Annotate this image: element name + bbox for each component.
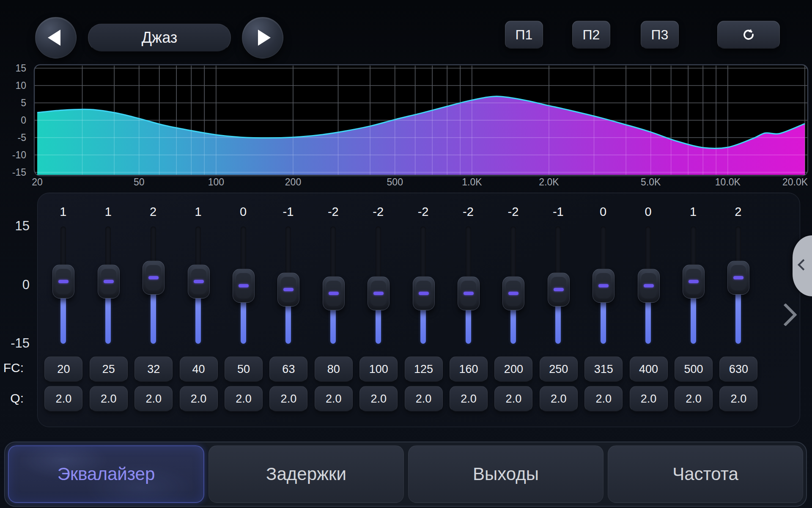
y-tick-label: 5	[7, 97, 26, 108]
bottom-tab-bar: Эквалайзер Задержки Выходы Частота	[4, 442, 807, 507]
slider-thumb[interactable]	[52, 265, 74, 298]
x-tick-label: 50	[134, 177, 145, 188]
band-gain-value: 0	[625, 205, 672, 219]
tab-delays[interactable]: Задержки	[208, 445, 404, 503]
band-gain-value: 1	[175, 205, 222, 219]
band-gain-value: 1	[85, 205, 132, 219]
band-q-button[interactable]: 2.0	[630, 386, 668, 411]
eq-response-graph	[0, 0, 812, 190]
band-fc-button[interactable]: 400	[630, 356, 668, 382]
band-q-button[interactable]: 2.0	[540, 386, 578, 411]
band-fc-button[interactable]: 250	[540, 356, 578, 382]
x-tick-label: 1.0K	[462, 177, 482, 188]
chevron-left-icon	[798, 259, 809, 271]
x-tick-label: 5.0K	[641, 177, 661, 188]
q-row-label: Q:	[0, 391, 24, 406]
slider-thumb[interactable]	[233, 269, 255, 303]
slider-thumb[interactable]	[98, 265, 120, 298]
slider-thumb[interactable]	[727, 261, 749, 295]
band-fc-button[interactable]: 125	[405, 356, 443, 382]
band-fc-button[interactable]: 315	[584, 356, 623, 382]
y-tick-label: -15	[7, 167, 26, 178]
band-q-button[interactable]: 2.0	[494, 386, 532, 411]
slider-thumb[interactable]	[593, 269, 614, 303]
slider-scale-label: 0	[0, 277, 30, 293]
band-gain-value: -2	[310, 205, 357, 219]
band-gain-value: 1	[40, 205, 86, 219]
band-q-button[interactable]: 2.0	[90, 386, 128, 411]
band-fc-button[interactable]: 32	[134, 356, 173, 382]
slider-scale-label: 15	[0, 218, 30, 234]
slider-thumb[interactable]	[548, 273, 570, 306]
band-fc-button[interactable]: 25	[90, 356, 128, 382]
thumb-dash-icon	[283, 288, 294, 291]
tab-outputs-label: Выходы	[473, 464, 539, 484]
band-fc-button[interactable]: 500	[675, 356, 713, 382]
x-tick-label: 20.0K	[782, 177, 808, 188]
tab-equalizer-label: Эквалайзер	[58, 464, 155, 484]
slider-thumb[interactable]	[323, 276, 345, 310]
slider-thumb[interactable]	[458, 276, 480, 310]
thumb-dash-icon	[598, 284, 609, 287]
thumb-dash-icon	[689, 280, 699, 283]
tab-equalizer[interactable]: Эквалайзер	[8, 445, 204, 503]
band-q-button[interactable]: 2.0	[359, 386, 398, 411]
band-q-button[interactable]: 2.0	[44, 386, 82, 411]
band-gain-value: -2	[490, 205, 536, 219]
band-gain-value: -1	[265, 205, 311, 219]
slider-thumb[interactable]	[188, 265, 210, 298]
x-tick-label: 200	[285, 177, 301, 188]
thumb-dash-icon	[373, 292, 384, 295]
x-tick-label: 100	[208, 177, 224, 188]
thumb-dash-icon	[104, 280, 114, 283]
band-fc-button[interactable]: 63	[269, 356, 307, 382]
tab-frequency-label: Частота	[672, 464, 738, 484]
slider-thumb[interactable]	[638, 269, 660, 303]
band-fc-button[interactable]: 100	[359, 356, 398, 382]
band-q-button[interactable]: 2.0	[315, 386, 353, 411]
band-q-button[interactable]: 2.0	[225, 386, 263, 411]
band-gain-value: -2	[445, 205, 491, 219]
thumb-dash-icon	[508, 292, 518, 295]
band-fc-button[interactable]: 200	[494, 356, 532, 382]
y-tick-label: 15	[7, 63, 26, 74]
band-fc-button[interactable]: 80	[315, 356, 353, 382]
band-gain-value: -1	[535, 205, 582, 219]
band-q-button[interactable]: 2.0	[405, 386, 443, 411]
thumb-dash-icon	[148, 276, 159, 279]
band-gain-value: -2	[400, 205, 447, 219]
band-fc-button[interactable]: 40	[180, 356, 218, 382]
slider-scale-label: -15	[0, 336, 30, 351]
band-fc-button[interactable]: 630	[719, 356, 757, 382]
x-tick-label: 500	[387, 177, 403, 188]
band-q-button[interactable]: 2.0	[134, 386, 173, 411]
band-q-button[interactable]: 2.0	[450, 386, 488, 411]
band-q-button[interactable]: 2.0	[180, 386, 218, 411]
slider-thumb[interactable]	[143, 261, 165, 295]
band-fc-button[interactable]: 50	[225, 356, 263, 382]
slider-thumb[interactable]	[277, 273, 299, 306]
band-fc-button[interactable]: 20	[44, 356, 82, 382]
thumb-dash-icon	[239, 284, 249, 287]
slider-thumb[interactable]	[502, 276, 524, 310]
band-q-button[interactable]: 2.0	[675, 386, 713, 411]
slider-thumb[interactable]	[368, 276, 390, 310]
slider-thumb[interactable]	[683, 265, 705, 298]
fc-row-label: FC:	[0, 361, 24, 375]
tab-delays-label: Задержки	[266, 464, 346, 484]
band-q-button[interactable]: 2.0	[584, 386, 623, 411]
tab-frequency[interactable]: Частота	[608, 445, 803, 503]
band-gain-value: 2	[715, 205, 761, 219]
slider-thumb[interactable]	[413, 276, 435, 310]
band-fc-button[interactable]: 160	[450, 356, 488, 382]
band-gain-value: 0	[580, 205, 626, 219]
thumb-dash-icon	[464, 292, 474, 295]
y-tick-label: -5	[7, 132, 26, 143]
x-tick-label: 20	[32, 177, 43, 188]
x-tick-label: 2.0K	[539, 177, 559, 188]
thumb-dash-icon	[733, 276, 743, 279]
tab-outputs[interactable]: Выходы	[408, 445, 604, 503]
y-tick-label: -10	[7, 149, 26, 160]
band-q-button[interactable]: 2.0	[719, 386, 757, 411]
band-q-button[interactable]: 2.0	[269, 386, 307, 411]
